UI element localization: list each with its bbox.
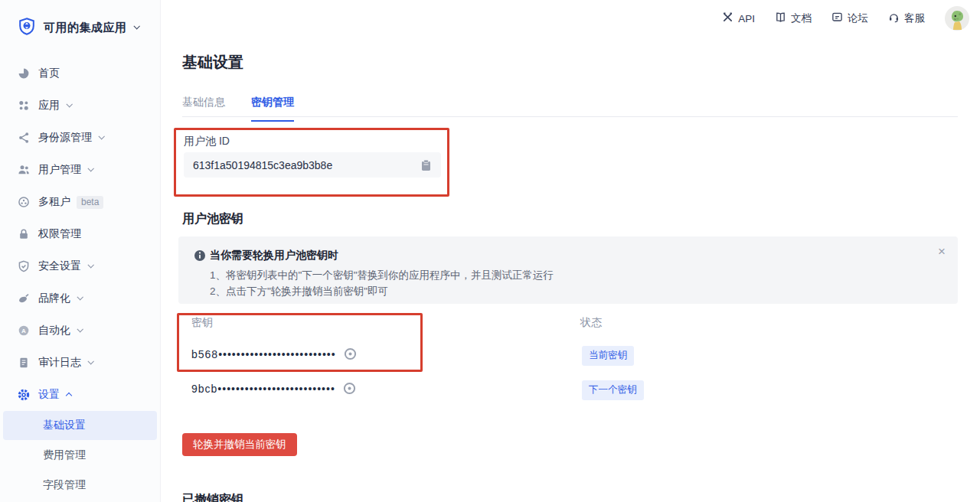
- doc-icon: [775, 11, 786, 25]
- sidebar-item-permissions[interactable]: 权限管理: [0, 218, 160, 250]
- column-header-status: 状态: [580, 316, 602, 330]
- masked-secret: 9bcb••••••••••••••••••••••••••: [191, 383, 335, 395]
- support-link[interactable]: 客服: [888, 11, 925, 25]
- chevron-down-icon: [87, 262, 93, 268]
- sidebar-item-audit-log[interactable]: 审计日志: [0, 347, 160, 379]
- sidebar-subitem-basic-settings[interactable]: 基础设置: [3, 411, 157, 440]
- sidebar-item-automation[interactable]: A 自动化: [0, 315, 160, 347]
- info-icon: [194, 249, 206, 264]
- sidebar-item-settings[interactable]: 设置: [0, 379, 160, 411]
- sidebar-subitem-billing[interactable]: 费用管理: [0, 440, 160, 470]
- secret-row-current: b568••••••••••••••••••••••••••: [191, 347, 357, 360]
- userpool-secret-title: 用户池密钥: [182, 211, 243, 227]
- shield-check-icon: [17, 260, 30, 273]
- tab-basic-info[interactable]: 基础信息: [182, 96, 225, 122]
- eye-icon[interactable]: [343, 382, 356, 395]
- identity-icon: [17, 132, 30, 145]
- copy-icon[interactable]: [420, 159, 432, 171]
- sidebar: 可用的集成应用 首页 应用 身份源管理 用户管理 多租户 beta: [0, 0, 161, 502]
- status-badge-current: 当前密钥: [582, 346, 634, 366]
- secret-row-next: 9bcb••••••••••••••••••••••••••: [191, 382, 356, 395]
- chevron-down-icon: [66, 101, 72, 107]
- top-header-links: API 文档 论坛 客服: [722, 6, 969, 31]
- tab-key-management[interactable]: 密钥管理: [251, 96, 294, 122]
- chevron-down-icon: [133, 23, 139, 29]
- lock-icon: [17, 228, 30, 241]
- main-content: API 文档 论坛 客服 基础设置 基础信息 密钥管理 用户池 ID 613f1…: [161, 0, 980, 502]
- api-icon: [722, 11, 733, 25]
- sidebar-subitem-fields[interactable]: 字段管理: [0, 470, 160, 500]
- notice-title: 当你需要轮换用户池密钥时: [210, 249, 338, 262]
- chevron-up-icon: [66, 393, 72, 399]
- notice-step-1: 1、将密钥列表中的"下一个密钥"替换到你的应用程序中，并且测试正常运行: [210, 269, 554, 282]
- beta-badge: beta: [77, 196, 103, 209]
- sidebar-item-multi-tenant[interactable]: 多租户 beta: [0, 186, 160, 218]
- rotate-revoke-button[interactable]: 轮换并撤销当前密钥: [182, 433, 297, 456]
- shield-logo-icon: [17, 17, 37, 39]
- apps-icon: [17, 99, 30, 112]
- chevron-down-icon: [87, 358, 93, 364]
- brush-icon: [17, 292, 30, 305]
- sidebar-item-identity-sources[interactable]: 身份源管理: [0, 122, 160, 154]
- tenant-icon: [17, 196, 30, 209]
- sidebar-item-home[interactable]: 首页: [0, 57, 160, 90]
- tabs: 基础信息 密钥管理: [182, 96, 294, 122]
- sidebar-item-apps[interactable]: 应用: [0, 90, 160, 122]
- svg-text:A: A: [21, 328, 26, 334]
- chevron-down-icon: [77, 326, 83, 332]
- tab-divider: [182, 116, 958, 117]
- page-title: 基础设置: [182, 52, 243, 73]
- userpool-id-field[interactable]: 613f1a50194815c3ea9b3b8e: [184, 152, 441, 178]
- notice-step-2: 2、点击下方"轮换并撤销当前密钥"即可: [210, 285, 388, 298]
- userpool-id-label: 用户池 ID: [184, 135, 230, 148]
- sidebar-item-user-management[interactable]: 用户管理: [0, 154, 160, 186]
- column-header-key: 密钥: [191, 316, 213, 330]
- sidebar-nav: 首页 应用 身份源管理 用户管理 多租户 beta 权限管理 安全设置: [0, 57, 160, 500]
- user-avatar[interactable]: [945, 6, 969, 31]
- automation-icon: A: [17, 324, 30, 337]
- support-icon: [888, 11, 900, 25]
- userpool-id-value: 613f1a50194815c3ea9b3b8e: [193, 159, 420, 171]
- chevron-down-icon: [87, 165, 93, 171]
- chevron-down-icon: [77, 294, 83, 300]
- sidebar-item-security-settings[interactable]: 安全设置: [0, 250, 160, 282]
- audit-icon: [17, 357, 30, 370]
- masked-secret: b568••••••••••••••••••••••••••: [191, 348, 336, 360]
- eye-icon[interactable]: [344, 347, 357, 360]
- users-icon: [17, 164, 30, 177]
- gear-icon: [17, 389, 30, 402]
- revoked-keys-title: 已撤销密钥: [182, 492, 243, 502]
- sidebar-item-branding[interactable]: 品牌化: [0, 282, 160, 315]
- chevron-down-icon: [98, 133, 104, 139]
- home-icon: [17, 67, 30, 80]
- workspace-switcher[interactable]: 可用的集成应用: [0, 0, 160, 39]
- forum-icon: [831, 11, 843, 25]
- forum-link[interactable]: 论坛: [831, 11, 868, 25]
- api-link[interactable]: API: [722, 11, 755, 25]
- rotate-notice-banner: 当你需要轮换用户池密钥时 1、将密钥列表中的"下一个密钥"替换到你的应用程序中，…: [178, 236, 958, 304]
- close-icon[interactable]: ×: [938, 244, 946, 259]
- docs-link[interactable]: 文档: [775, 11, 812, 25]
- status-badge-next: 下一个密钥: [582, 380, 644, 400]
- workspace-name: 可用的集成应用: [44, 21, 127, 35]
